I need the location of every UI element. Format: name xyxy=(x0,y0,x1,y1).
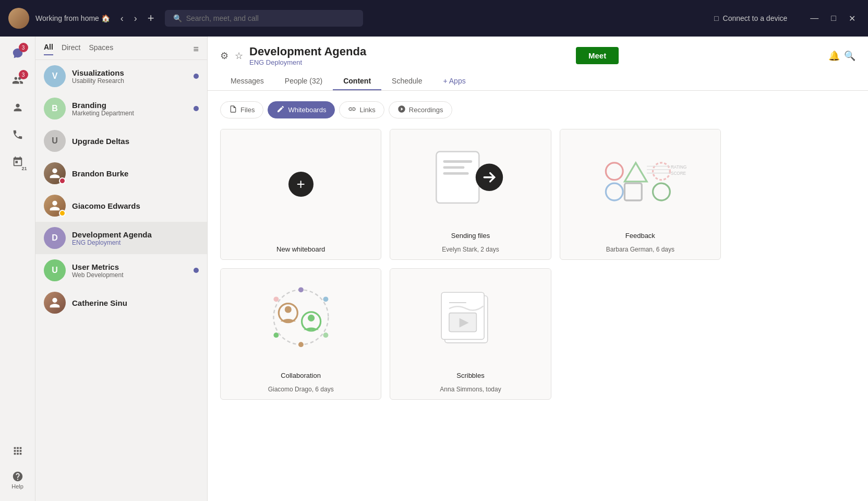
nav-calls[interactable] xyxy=(5,122,30,147)
links-label: Links xyxy=(359,106,375,114)
tab-direct[interactable]: Direct xyxy=(62,43,81,55)
svg-marker-6 xyxy=(625,163,647,182)
tab-schedule[interactable]: Schedule xyxy=(381,73,432,90)
new-whiteboard-button[interactable]: + xyxy=(288,172,314,197)
help-label: Help xyxy=(11,483,23,490)
svg-point-8 xyxy=(606,184,623,201)
sidebar-item-giacomo-edwards[interactable]: Giacomo Edwards xyxy=(35,189,207,222)
sidebar-item-development-agenda[interactable]: D Development Agenda ENG Deployment xyxy=(35,222,207,254)
minimize-button[interactable]: — xyxy=(806,11,823,26)
filter-links[interactable]: Links xyxy=(339,101,384,118)
search-icon: 🔍 xyxy=(173,14,182,22)
avatar: B xyxy=(44,98,66,120)
back-button[interactable]: ‹ xyxy=(116,9,128,27)
content-header: ⚙ ☆ Development Agenda ENG Deployment Me… xyxy=(208,37,868,91)
svg-rect-3 xyxy=(443,172,469,175)
svg-point-18 xyxy=(285,306,292,313)
item-sub: Marketing Department xyxy=(72,110,187,117)
sidebar-item-visualizations[interactable]: V Visualizations Usability Research xyxy=(35,60,207,92)
nav-help[interactable]: Help xyxy=(5,468,30,493)
svg-point-24 xyxy=(298,342,304,347)
boards-grid: + New whiteboard xyxy=(220,129,721,400)
board-scribbles[interactable]: Scribbles Anna Simmons, today xyxy=(390,268,551,399)
item-name: Development Agenda xyxy=(72,230,199,239)
filter-recordings[interactable]: Recordings xyxy=(389,101,452,118)
nav-teams[interactable]: 3 xyxy=(5,68,30,93)
svg-rect-9 xyxy=(625,184,642,201)
board-collaboration[interactable]: Collaboration Giacomo Drago, 6 days xyxy=(220,268,381,399)
cast-icon: □ xyxy=(714,14,718,22)
filter-whiteboards[interactable]: Whiteboards xyxy=(268,101,335,118)
close-button[interactable]: ✕ xyxy=(845,11,860,26)
connect-device-label: Connect to a device xyxy=(723,14,788,22)
svg-rect-1 xyxy=(443,160,473,163)
status-indicator xyxy=(59,177,66,184)
channel-title: Development Agenda xyxy=(249,45,366,58)
nav-calendar[interactable]: 21 xyxy=(5,149,30,174)
sidebar-item-catherine-sinu[interactable]: Catherine Sinu xyxy=(35,287,207,319)
board-new-whiteboard[interactable]: + New whiteboard xyxy=(220,129,381,260)
avatar xyxy=(44,195,66,217)
nav-contacts[interactable] xyxy=(5,95,30,120)
channel-tabs: Messages People (32) Content Schedule + … xyxy=(220,73,855,90)
board-label: Feedback xyxy=(560,225,720,246)
sidebar-item-brandon-burke[interactable]: Brandon Burke xyxy=(35,157,207,189)
teams-badge: 3 xyxy=(19,70,28,79)
sidebar: All Direct Spaces ≡ V Visualizations Usa… xyxy=(35,37,208,501)
svg-point-5 xyxy=(606,163,623,180)
board-meta: Evelyn Stark, 2 days xyxy=(390,246,550,259)
board-label: Sending files xyxy=(390,225,550,246)
user-avatar[interactable] xyxy=(8,8,29,29)
files-icon xyxy=(229,105,237,115)
recordings-label: Recordings xyxy=(409,106,443,114)
avatar xyxy=(44,162,66,184)
avatar: U xyxy=(44,130,66,152)
filter-button[interactable]: ≡ xyxy=(193,44,199,55)
svg-point-10 xyxy=(653,184,670,201)
star-button[interactable]: ☆ xyxy=(235,50,243,62)
add-tab-button[interactable]: + xyxy=(143,9,159,27)
board-sending-files[interactable]: Sending files Evelyn Stark, 2 days xyxy=(390,129,551,260)
files-label: Files xyxy=(240,106,255,114)
content-area: ⚙ ☆ Development Agenda ENG Deployment Me… xyxy=(208,37,868,501)
search-channel-button[interactable]: 🔍 xyxy=(844,50,855,62)
avatar: V xyxy=(44,65,66,87)
board-feedback[interactable]: RATING SCORE Feedback Barbara German, 6 … xyxy=(560,129,721,260)
item-name: Upgrade Deltas xyxy=(72,137,199,146)
search-input[interactable] xyxy=(186,14,355,22)
board-meta: Barbara German, 6 days xyxy=(560,246,720,259)
recordings-icon xyxy=(397,105,406,115)
connect-device[interactable]: □ Connect to a device xyxy=(714,14,787,22)
sidebar-item-branding[interactable]: B Branding Marketing Department xyxy=(35,92,207,125)
filter-bar: Files Whiteboards Links xyxy=(220,101,855,118)
nav-chat[interactable]: 3 xyxy=(5,41,30,66)
unread-indicator xyxy=(194,106,199,111)
item-sub: Usability Research xyxy=(72,77,187,85)
svg-point-22 xyxy=(323,296,328,302)
sidebar-tabs: All Direct Spaces ≡ xyxy=(35,37,207,60)
tab-people[interactable]: People (32) xyxy=(274,73,333,90)
svg-point-20 xyxy=(308,315,315,321)
avatar: D xyxy=(44,227,66,249)
sidebar-item-user-metrics[interactable]: U User Metrics Web Development xyxy=(35,254,207,287)
forward-button[interactable]: › xyxy=(130,9,141,27)
sidebar-item-upgrade-deltas[interactable]: U Upgrade Deltas xyxy=(35,125,207,157)
channel-subtitle: ENG Deployment xyxy=(249,58,366,66)
filter-files[interactable]: Files xyxy=(220,101,263,118)
tab-spaces[interactable]: Spaces xyxy=(89,43,113,55)
tab-messages[interactable]: Messages xyxy=(220,73,274,90)
search-bar[interactable]: 🔍 xyxy=(165,10,363,27)
board-meta: Giacomo Drago, 6 days xyxy=(221,386,381,399)
meet-button[interactable]: Meet xyxy=(576,47,619,64)
tab-add-apps[interactable]: + Apps xyxy=(432,73,476,90)
notification-button[interactable]: 🔔 xyxy=(828,50,840,62)
item-name: Giacomo Edwards xyxy=(72,201,199,210)
tab-content[interactable]: Content xyxy=(333,73,381,90)
nav-apps[interactable] xyxy=(5,438,30,463)
tab-all[interactable]: All xyxy=(44,43,53,55)
settings-button[interactable]: ⚙ xyxy=(220,50,228,62)
whiteboards-label: Whiteboards xyxy=(288,106,326,114)
status-indicator xyxy=(59,210,66,217)
links-icon xyxy=(348,105,356,115)
maximize-button[interactable]: □ xyxy=(827,11,840,26)
